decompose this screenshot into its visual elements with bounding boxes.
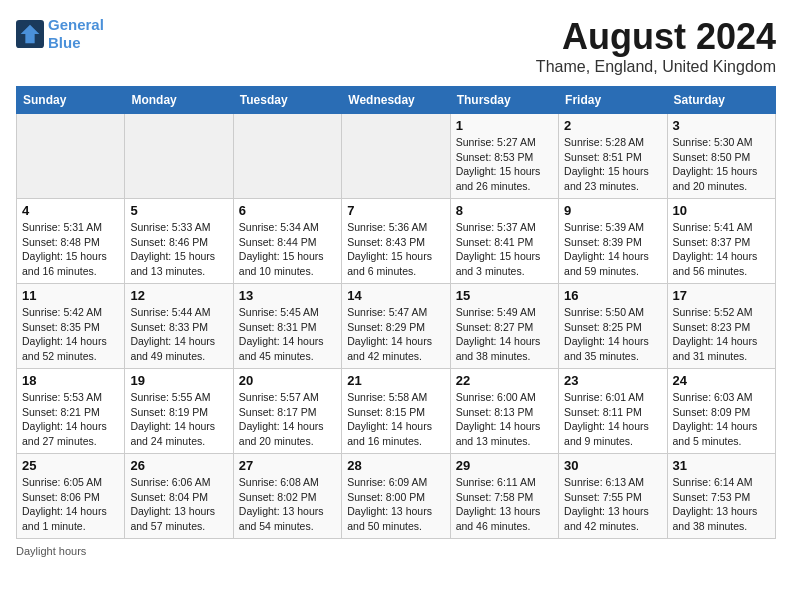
day-number: 22 [456,373,553,388]
footer-note: Daylight hours [16,545,776,557]
calendar-header-cell: Monday [125,87,233,114]
calendar-cell: 19Sunrise: 5:55 AM Sunset: 8:19 PM Dayli… [125,369,233,454]
day-number: 4 [22,203,119,218]
day-info: Sunrise: 5:55 AM Sunset: 8:19 PM Dayligh… [130,390,227,449]
day-number: 28 [347,458,444,473]
day-info: Sunrise: 6:14 AM Sunset: 7:53 PM Dayligh… [673,475,770,534]
calendar-cell: 30Sunrise: 6:13 AM Sunset: 7:55 PM Dayli… [559,454,667,539]
day-info: Sunrise: 6:05 AM Sunset: 8:06 PM Dayligh… [22,475,119,534]
calendar-cell: 18Sunrise: 5:53 AM Sunset: 8:21 PM Dayli… [17,369,125,454]
calendar-week-row: 1Sunrise: 5:27 AM Sunset: 8:53 PM Daylig… [17,114,776,199]
calendar-cell: 25Sunrise: 6:05 AM Sunset: 8:06 PM Dayli… [17,454,125,539]
day-number: 5 [130,203,227,218]
day-number: 19 [130,373,227,388]
day-number: 26 [130,458,227,473]
day-number: 27 [239,458,336,473]
day-info: Sunrise: 5:30 AM Sunset: 8:50 PM Dayligh… [673,135,770,194]
day-info: Sunrise: 5:37 AM Sunset: 8:41 PM Dayligh… [456,220,553,279]
day-info: Sunrise: 6:06 AM Sunset: 8:04 PM Dayligh… [130,475,227,534]
day-number: 13 [239,288,336,303]
calendar-cell: 9Sunrise: 5:39 AM Sunset: 8:39 PM Daylig… [559,199,667,284]
calendar-cell: 11Sunrise: 5:42 AM Sunset: 8:35 PM Dayli… [17,284,125,369]
logo: General Blue [16,16,104,52]
day-number: 16 [564,288,661,303]
day-number: 9 [564,203,661,218]
day-number: 29 [456,458,553,473]
logo-text: General Blue [48,16,104,52]
header: General Blue August 2024 Thame, England,… [16,16,776,76]
day-number: 2 [564,118,661,133]
title-area: August 2024 Thame, England, United Kingd… [536,16,776,76]
day-number: 18 [22,373,119,388]
day-info: Sunrise: 5:42 AM Sunset: 8:35 PM Dayligh… [22,305,119,364]
day-number: 6 [239,203,336,218]
day-info: Sunrise: 6:01 AM Sunset: 8:11 PM Dayligh… [564,390,661,449]
calendar-cell: 14Sunrise: 5:47 AM Sunset: 8:29 PM Dayli… [342,284,450,369]
calendar-cell: 6Sunrise: 5:34 AM Sunset: 8:44 PM Daylig… [233,199,341,284]
calendar-cell [342,114,450,199]
calendar-cell: 12Sunrise: 5:44 AM Sunset: 8:33 PM Dayli… [125,284,233,369]
calendar-body: 1Sunrise: 5:27 AM Sunset: 8:53 PM Daylig… [17,114,776,539]
calendar-cell: 15Sunrise: 5:49 AM Sunset: 8:27 PM Dayli… [450,284,558,369]
calendar-cell: 31Sunrise: 6:14 AM Sunset: 7:53 PM Dayli… [667,454,775,539]
calendar-cell: 13Sunrise: 5:45 AM Sunset: 8:31 PM Dayli… [233,284,341,369]
calendar-cell: 5Sunrise: 5:33 AM Sunset: 8:46 PM Daylig… [125,199,233,284]
day-number: 11 [22,288,119,303]
day-info: Sunrise: 5:52 AM Sunset: 8:23 PM Dayligh… [673,305,770,364]
calendar-cell: 26Sunrise: 6:06 AM Sunset: 8:04 PM Dayli… [125,454,233,539]
day-info: Sunrise: 5:44 AM Sunset: 8:33 PM Dayligh… [130,305,227,364]
calendar-cell [17,114,125,199]
day-number: 24 [673,373,770,388]
day-info: Sunrise: 5:28 AM Sunset: 8:51 PM Dayligh… [564,135,661,194]
day-info: Sunrise: 6:08 AM Sunset: 8:02 PM Dayligh… [239,475,336,534]
day-number: 23 [564,373,661,388]
calendar-cell: 2Sunrise: 5:28 AM Sunset: 8:51 PM Daylig… [559,114,667,199]
calendar-header-cell: Friday [559,87,667,114]
day-info: Sunrise: 5:53 AM Sunset: 8:21 PM Dayligh… [22,390,119,449]
calendar-cell: 7Sunrise: 5:36 AM Sunset: 8:43 PM Daylig… [342,199,450,284]
day-info: Sunrise: 5:27 AM Sunset: 8:53 PM Dayligh… [456,135,553,194]
calendar-cell: 1Sunrise: 5:27 AM Sunset: 8:53 PM Daylig… [450,114,558,199]
calendar-cell: 10Sunrise: 5:41 AM Sunset: 8:37 PM Dayli… [667,199,775,284]
calendar-week-row: 25Sunrise: 6:05 AM Sunset: 8:06 PM Dayli… [17,454,776,539]
calendar-table: SundayMondayTuesdayWednesdayThursdayFrid… [16,86,776,539]
calendar-cell: 21Sunrise: 5:58 AM Sunset: 8:15 PM Dayli… [342,369,450,454]
day-info: Sunrise: 6:11 AM Sunset: 7:58 PM Dayligh… [456,475,553,534]
calendar-cell: 8Sunrise: 5:37 AM Sunset: 8:41 PM Daylig… [450,199,558,284]
day-number: 8 [456,203,553,218]
day-number: 10 [673,203,770,218]
calendar-cell: 3Sunrise: 5:30 AM Sunset: 8:50 PM Daylig… [667,114,775,199]
calendar-cell [233,114,341,199]
calendar-cell: 24Sunrise: 6:03 AM Sunset: 8:09 PM Dayli… [667,369,775,454]
calendar-header-cell: Thursday [450,87,558,114]
calendar-header-cell: Tuesday [233,87,341,114]
logo-icon [16,20,44,48]
calendar-cell: 29Sunrise: 6:11 AM Sunset: 7:58 PM Dayli… [450,454,558,539]
calendar-cell: 22Sunrise: 6:00 AM Sunset: 8:13 PM Dayli… [450,369,558,454]
day-number: 3 [673,118,770,133]
day-info: Sunrise: 5:50 AM Sunset: 8:25 PM Dayligh… [564,305,661,364]
day-info: Sunrise: 5:45 AM Sunset: 8:31 PM Dayligh… [239,305,336,364]
calendar-cell: 17Sunrise: 5:52 AM Sunset: 8:23 PM Dayli… [667,284,775,369]
day-info: Sunrise: 5:39 AM Sunset: 8:39 PM Dayligh… [564,220,661,279]
day-info: Sunrise: 5:33 AM Sunset: 8:46 PM Dayligh… [130,220,227,279]
calendar-cell: 28Sunrise: 6:09 AM Sunset: 8:00 PM Dayli… [342,454,450,539]
day-info: Sunrise: 6:00 AM Sunset: 8:13 PM Dayligh… [456,390,553,449]
day-number: 7 [347,203,444,218]
calendar-header-cell: Wednesday [342,87,450,114]
day-number: 15 [456,288,553,303]
day-number: 12 [130,288,227,303]
calendar-cell [125,114,233,199]
calendar-cell: 27Sunrise: 6:08 AM Sunset: 8:02 PM Dayli… [233,454,341,539]
calendar-header-cell: Saturday [667,87,775,114]
day-number: 20 [239,373,336,388]
calendar-cell: 4Sunrise: 5:31 AM Sunset: 8:48 PM Daylig… [17,199,125,284]
day-info: Sunrise: 5:49 AM Sunset: 8:27 PM Dayligh… [456,305,553,364]
sub-title: Thame, England, United Kingdom [536,58,776,76]
day-info: Sunrise: 5:31 AM Sunset: 8:48 PM Dayligh… [22,220,119,279]
day-number: 17 [673,288,770,303]
day-info: Sunrise: 5:34 AM Sunset: 8:44 PM Dayligh… [239,220,336,279]
calendar-cell: 23Sunrise: 6:01 AM Sunset: 8:11 PM Dayli… [559,369,667,454]
day-info: Sunrise: 5:58 AM Sunset: 8:15 PM Dayligh… [347,390,444,449]
day-number: 21 [347,373,444,388]
